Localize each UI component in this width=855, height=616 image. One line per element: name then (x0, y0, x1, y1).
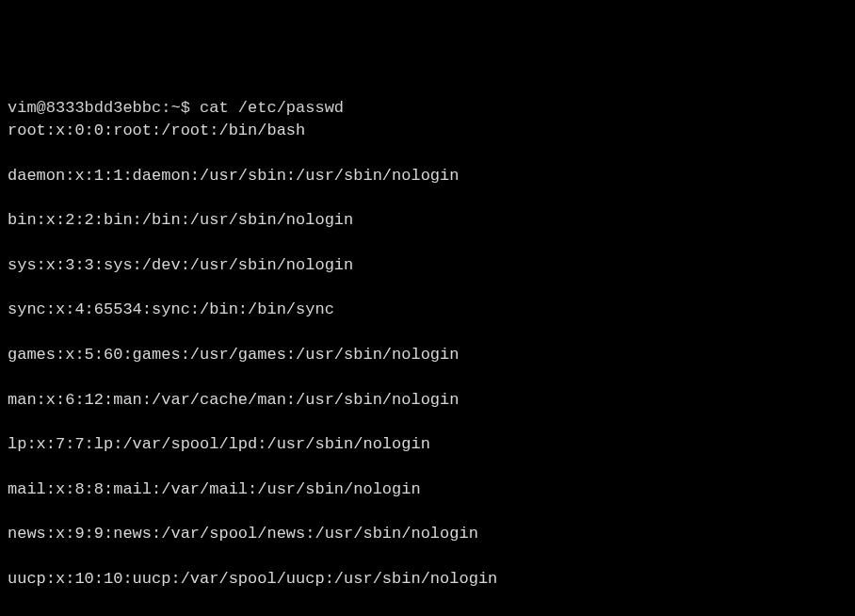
passwd-entry: bin:x:2:2:bin:/bin:/usr/sbin/nologin (8, 209, 847, 232)
passwd-entry: sync:x:4:65534:sync:/bin:/bin/sync (8, 299, 847, 321)
terminal-window[interactable]: vim@8333bdd3ebbc:~$ cat /etc/passwd root… (8, 97, 847, 616)
passwd-entry: root:x:0:0:root:/root:/bin/bash (8, 120, 847, 142)
passwd-entry: mail:x:8:8:mail:/var/mail:/usr/sbin/nolo… (8, 478, 847, 501)
shell-prompt: vim@8333bdd3ebbc:~$ (8, 99, 200, 117)
passwd-entry: man:x:6:12:man:/var/cache/man:/usr/sbin/… (8, 389, 847, 412)
passwd-entry: sys:x:3:3:sys:/dev:/usr/sbin/nologin (8, 254, 847, 277)
passwd-entry: lp:x:7:7:lp:/var/spool/lpd:/usr/sbin/nol… (8, 433, 847, 456)
passwd-entry: news:x:9:9:news:/var/spool/news:/usr/sbi… (8, 523, 847, 545)
passwd-entry: uucp:x:10:10:uucp:/var/spool/uucp:/usr/s… (8, 568, 847, 591)
passwd-entry: daemon:x:1:1:daemon:/usr/sbin:/usr/sbin/… (8, 165, 847, 187)
passwd-entry: proxy:x:13:13:proxy:/bin:/usr/sbin/nolog… (8, 613, 847, 616)
command-text: cat /etc/passwd (200, 99, 344, 117)
passwd-entry: games:x:5:60:games:/usr/games:/usr/sbin/… (8, 344, 847, 366)
